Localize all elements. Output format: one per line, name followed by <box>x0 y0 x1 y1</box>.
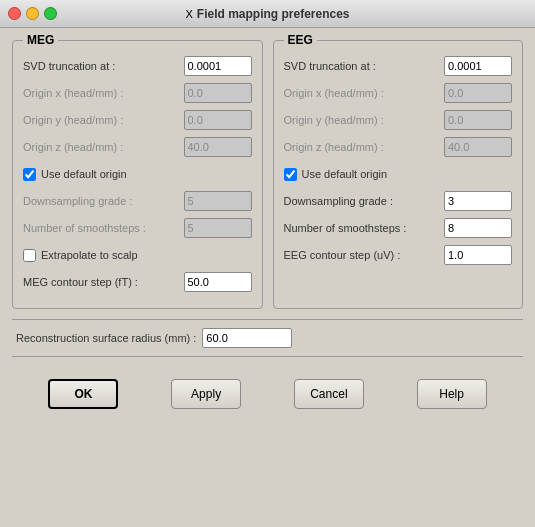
eeg-downsampling-label: Downsampling grade : <box>284 195 445 207</box>
meg-originy-row: Origin y (head/mm) : <box>23 109 252 131</box>
cancel-button[interactable]: Cancel <box>294 379 364 409</box>
eeg-originz-row: Origin z (head/mm) : <box>284 136 513 158</box>
panels-row: MEG SVD truncation at : Origin x (head/m… <box>12 40 523 309</box>
meg-contour-label: MEG contour step (fT) : <box>23 276 184 288</box>
eeg-smoothsteps-input[interactable] <box>444 218 512 238</box>
meg-originx-input[interactable] <box>184 83 252 103</box>
eeg-originz-label: Origin z (head/mm) : <box>284 141 445 153</box>
window-title: Field mapping preferences <box>197 7 350 21</box>
meg-svd-input[interactable] <box>184 56 252 76</box>
meg-panel: MEG SVD truncation at : Origin x (head/m… <box>12 40 263 309</box>
meg-originz-label: Origin z (head/mm) : <box>23 141 184 153</box>
eeg-use-default-checkbox[interactable] <box>284 168 297 181</box>
eeg-originz-input[interactable] <box>444 137 512 157</box>
meg-extrapolate-label: Extrapolate to scalp <box>41 249 138 261</box>
eeg-originy-row: Origin y (head/mm) : <box>284 109 513 131</box>
meg-extrapolate-row: Extrapolate to scalp <box>23 244 252 266</box>
eeg-smoothsteps-label: Number of smoothsteps : <box>284 222 445 234</box>
title-icon: X <box>185 8 192 20</box>
meg-use-default-row: Use default origin <box>23 163 252 185</box>
eeg-contour-label: EEG contour step (uV) : <box>284 249 445 261</box>
meg-originx-row: Origin x (head/mm) : <box>23 82 252 104</box>
button-row: OK Apply Cancel Help <box>12 367 523 421</box>
meg-svd-row: SVD truncation at : <box>23 55 252 77</box>
title-bar: X Field mapping preferences <box>0 0 535 28</box>
eeg-originx-label: Origin x (head/mm) : <box>284 87 445 99</box>
meg-smoothsteps-row: Number of smoothsteps : <box>23 217 252 239</box>
meg-svd-label: SVD truncation at : <box>23 60 184 72</box>
close-button[interactable] <box>8 7 21 20</box>
reconstruction-label: Reconstruction surface radius (mm) : <box>16 332 196 344</box>
eeg-contour-input[interactable] <box>444 245 512 265</box>
minimize-button[interactable] <box>26 7 39 20</box>
eeg-originy-label: Origin y (head/mm) : <box>284 114 445 126</box>
eeg-smoothsteps-row: Number of smoothsteps : <box>284 217 513 239</box>
eeg-svd-label: SVD truncation at : <box>284 60 445 72</box>
ok-button[interactable]: OK <box>48 379 118 409</box>
meg-contour-row: MEG contour step (fT) : <box>23 271 252 293</box>
meg-contour-input[interactable] <box>184 272 252 292</box>
eeg-svd-input[interactable] <box>444 56 512 76</box>
meg-originx-label: Origin x (head/mm) : <box>23 87 184 99</box>
meg-downsampling-row: Downsampling grade : <box>23 190 252 212</box>
eeg-svd-row: SVD truncation at : <box>284 55 513 77</box>
meg-panel-label: MEG <box>23 33 58 47</box>
meg-smoothsteps-label: Number of smoothsteps : <box>23 222 184 234</box>
eeg-panel: EEG SVD truncation at : Origin x (head/m… <box>273 40 524 309</box>
window-controls[interactable] <box>8 7 57 20</box>
eeg-panel-label: EEG <box>284 33 317 47</box>
eeg-downsampling-row: Downsampling grade : <box>284 190 513 212</box>
eeg-originy-input[interactable] <box>444 110 512 130</box>
meg-extrapolate-checkbox[interactable] <box>23 249 36 262</box>
maximize-button[interactable] <box>44 7 57 20</box>
eeg-originx-input[interactable] <box>444 83 512 103</box>
meg-smoothsteps-input[interactable] <box>184 218 252 238</box>
meg-use-default-checkbox[interactable] <box>23 168 36 181</box>
eeg-use-default-label: Use default origin <box>302 168 388 180</box>
help-button[interactable]: Help <box>417 379 487 409</box>
main-content: MEG SVD truncation at : Origin x (head/m… <box>0 28 535 433</box>
reconstruction-input[interactable] <box>202 328 292 348</box>
meg-downsampling-input[interactable] <box>184 191 252 211</box>
eeg-originx-row: Origin x (head/mm) : <box>284 82 513 104</box>
apply-button[interactable]: Apply <box>171 379 241 409</box>
meg-originz-row: Origin z (head/mm) : <box>23 136 252 158</box>
meg-use-default-label: Use default origin <box>41 168 127 180</box>
meg-originy-label: Origin y (head/mm) : <box>23 114 184 126</box>
meg-downsampling-label: Downsampling grade : <box>23 195 184 207</box>
meg-originy-input[interactable] <box>184 110 252 130</box>
eeg-contour-row: EEG contour step (uV) : <box>284 244 513 266</box>
meg-originz-input[interactable] <box>184 137 252 157</box>
eeg-downsampling-input[interactable] <box>444 191 512 211</box>
eeg-use-default-row: Use default origin <box>284 163 513 185</box>
reconstruction-row: Reconstruction surface radius (mm) : <box>12 319 523 357</box>
